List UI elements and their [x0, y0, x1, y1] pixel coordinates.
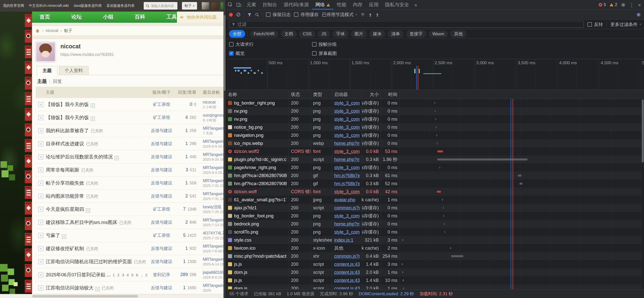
settings-gear-icon[interactable]	[621, 3, 626, 7]
filter-funnel-icon[interactable]	[247, 13, 252, 17]
request-name[interactable]: bedrock.png	[234, 221, 259, 227]
thread-pagination[interactable]: 1 2 3 4 5 6 .. 29	[113, 273, 147, 277]
thread-title[interactable]: 亏麻了	[46, 233, 60, 238]
request-name[interactable]: bg_border_foot.png	[234, 213, 274, 219]
search-network-icon[interactable]	[255, 13, 259, 17]
network-request-row[interactable]: dom.js 200 script content.js:43 2.0 kB 1…	[226, 268, 644, 276]
thread-title[interactable]: 我的科比勋章被吞了	[46, 128, 89, 133]
thread-row[interactable]: × 站内图床功能异常已关闭 反馈与建议 2542 MRTangwin8 2025…	[36, 189, 223, 203]
record-button[interactable]	[229, 13, 233, 17]
request-initiator[interactable]: home.php?mod=spac…	[334, 141, 360, 146]
forum-link[interactable]: 矿工茶馆	[153, 233, 170, 238]
devtools-scrollbar[interactable]	[641, 99, 644, 289]
type-filter-chip[interactable]: CSS	[299, 30, 315, 38]
vertical-scrollbar-thumb[interactable]	[224, 15, 225, 91]
type-filter-chip[interactable]: 清单	[388, 30, 404, 38]
lastpost-author[interactable]: MRTangwin8	[203, 257, 223, 262]
avatar[interactable]	[36, 42, 55, 62]
throttling-dropdown[interactable]: 已停用节流模式▾	[322, 12, 357, 18]
network-request-row[interactable]: hm.gif?hca=2806280790B8FA1C&cc=1&… 200 g…	[226, 172, 644, 180]
type-filter-chip[interactable]: 媒体	[369, 30, 385, 38]
lastpost-author[interactable]: MRTangwin8	[203, 126, 223, 131]
network-request-row[interactable]: dzicon.woff CORS 错误 font style_3_common.…	[226, 188, 644, 196]
network-request-row[interactable]: dom.js 200 script content.js:43 2.0 kB 1…	[226, 284, 644, 289]
request-name[interactable]: js.js	[234, 278, 242, 283]
nav-item[interactable]: 工具	[166, 13, 177, 20]
thread-row[interactable]: × 江苏电信访问波动较大×已关闭 反馈与建议 11690 MRTangwin8 …	[36, 281, 223, 294]
invert-filter-checkbox[interactable]: 反转	[587, 21, 603, 27]
request-initiator[interactable]: avatar.php	[334, 197, 355, 203]
vertical-scrollbar[interactable]	[223, 0, 226, 298]
section-threads[interactable]: 主题	[37, 78, 47, 85]
forum-link[interactable]: 反馈与建议	[151, 181, 172, 185]
user-avatar-icon[interactable]	[202, 2, 209, 10]
breadcrumb-user[interactable]: nicocat	[46, 28, 58, 33]
topbar-link[interactable]: Java版服务器列表	[73, 4, 102, 8]
network-request-row[interactable]: hm.gif?hca=2806280790B8FA1C&cc=1&… 200 g…	[226, 180, 644, 188]
network-request-row[interactable]: scrollTo.png 200 png style_3_common.css?…	[226, 228, 644, 236]
forum-link[interactable]: 反馈与建议	[151, 168, 172, 172]
network-request-row[interactable]: js.js 200 script content.js:43 1.4 kB 10…	[226, 276, 644, 284]
nav-item[interactable]: 首页	[40, 13, 50, 20]
request-initiator[interactable]: style_3_common.css?d…	[334, 133, 360, 138]
profile-tab[interactable]: 个人资料	[59, 66, 89, 75]
network-request-row[interactable]: navigation.png 200 png style_3_common.cs…	[226, 131, 644, 139]
devtools-scrollbar-thumb[interactable]	[642, 100, 644, 162]
col-initiator[interactable]: 启动器	[332, 90, 362, 99]
search-input[interactable]	[151, 4, 174, 8]
home-icon[interactable]	[35, 28, 40, 33]
clear-icon[interactable]	[236, 12, 241, 17]
col-name[interactable]: 名称	[226, 90, 289, 99]
network-request-row[interactable]: misc.php?mod=patch&action=ipnotice&… 200…	[226, 252, 644, 260]
overview-checkbox[interactable]: 概览	[229, 50, 312, 56]
network-request-row[interactable]: favicon.ico 200 x-icon 其他 (disk cache) 2…	[226, 244, 644, 252]
big-request-rows-checkbox[interactable]: 大请求行	[229, 41, 312, 47]
request-name[interactable]: style.css	[234, 238, 251, 243]
thread-row[interactable]: × 论坛维护后出现数据丢失的情况× 反馈与建议 1440 MRTangwin8 …	[36, 150, 223, 163]
network-request-row[interactable]: dzicon.woff2 CORS 错误 font style_3_common…	[226, 147, 644, 155]
disable-cache-checkbox[interactable]: 停用缓存	[294, 12, 319, 18]
section-replies[interactable]: 回复	[53, 78, 62, 84]
network-request-row[interactable]: style.css 200 stylesheet index.js:1 321 …	[226, 236, 644, 244]
thread-title[interactable]: 江苏电信访问波动较大	[46, 285, 94, 290]
forum-link[interactable]: 反馈与建议	[151, 246, 172, 251]
request-name[interactable]: ajax.js?dz1	[234, 205, 257, 211]
topbar-link[interactable]: 我的世界官网	[3, 4, 24, 8]
forum-link[interactable]: 矿工茶馆	[153, 102, 170, 107]
request-initiator[interactable]: content.js:43	[334, 262, 360, 267]
request-initiator[interactable]: content.js:43	[334, 270, 360, 275]
request-name[interactable]: dom.js	[234, 270, 247, 275]
lastpost-author[interactable]: nicocat	[203, 100, 223, 105]
forum-link[interactable]: 反馈与建议	[151, 220, 172, 225]
filter-input[interactable]	[237, 22, 581, 27]
request-name[interactable]: favicon.ico	[234, 246, 255, 251]
network-request-row[interactable]: plugin.php?id=dc_signin:check&formhas… 2…	[226, 155, 644, 163]
thread-title[interactable]: 帖子分享功能失效	[46, 180, 84, 186]
request-initiator[interactable]: home.php?mod=spac…	[334, 221, 360, 227]
thread-row[interactable]: × 建议移除工具栏目中的sm.ms图床已关闭 反馈与建议 2846 MRTang…	[36, 216, 223, 229]
more-filters-dropdown[interactable]: 更多过滤条件▾	[610, 21, 641, 27]
devtools-tab-3[interactable]: 网络	[312, 0, 333, 10]
forum-link[interactable]: 矿工茶馆	[153, 207, 170, 212]
lastpost-author[interactable]: MRTangwin8	[203, 244, 223, 249]
network-request-row[interactable]: bg_border_right.png 200 png style_3_comm…	[226, 99, 644, 107]
col-waterfall[interactable]	[400, 90, 644, 99]
devtools-tab-4[interactable]: 性能	[333, 0, 350, 10]
kebab-menu-icon[interactable]: ⋮	[629, 2, 634, 8]
type-filter-chip[interactable]: 字体	[332, 30, 349, 38]
thread-row[interactable]: × 帖子分享功能失效已关闭 反馈与建议 1558 MRTangwin8 2025…	[36, 176, 223, 189]
thread-title[interactable]: 建议修改挖矿机制	[46, 246, 84, 251]
request-initiator[interactable]: content.js:43	[334, 278, 360, 283]
network-request-row[interactable]: pageArrow_right.png 200 png style_3_comm…	[226, 163, 644, 172]
request-initiator[interactable]: common.js?dz1:1	[334, 254, 360, 259]
thread-title[interactable]: 2025年06月07日签到记录贴 ...	[46, 272, 111, 277]
lastpost-author[interactable]: MRTangwin8	[203, 191, 223, 196]
nav-item[interactable]: 论坛	[71, 13, 82, 20]
type-filter-chip[interactable]: 文档	[281, 30, 297, 38]
horizontal-scrollbar-thumb[interactable]	[32, 295, 138, 297]
request-name[interactable]: scrollTo.png	[234, 229, 258, 235]
lastpost-author[interactable]: MRTangwin8	[203, 165, 223, 170]
thread-title[interactable]: 论坛维护后出现数据丢失的情况	[46, 154, 113, 159]
request-initiator[interactable]: hm.js?58b7e56…:27	[334, 181, 360, 186]
forum-link[interactable]: 反馈与建议	[151, 154, 172, 159]
